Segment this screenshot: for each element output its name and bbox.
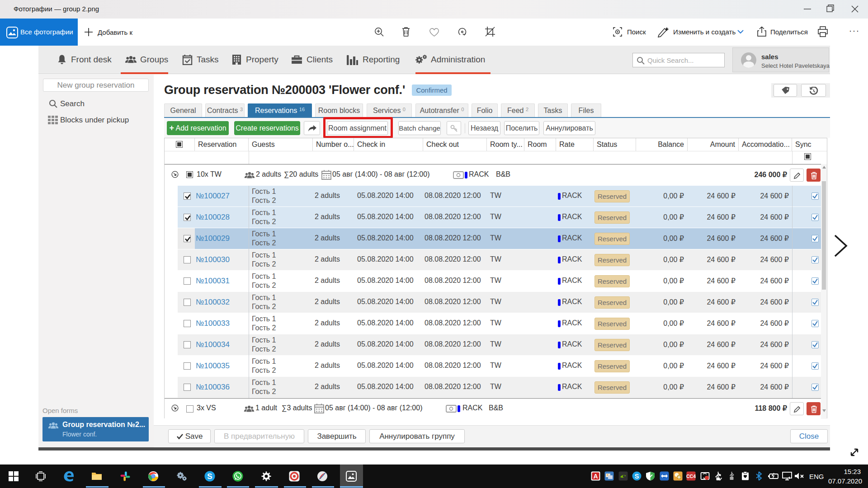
svg-text:CC4: CC4: [686, 474, 696, 479]
svg-text:A: A: [593, 473, 598, 480]
svg-text:S: S: [635, 473, 639, 480]
svg-text:S: S: [207, 472, 212, 481]
